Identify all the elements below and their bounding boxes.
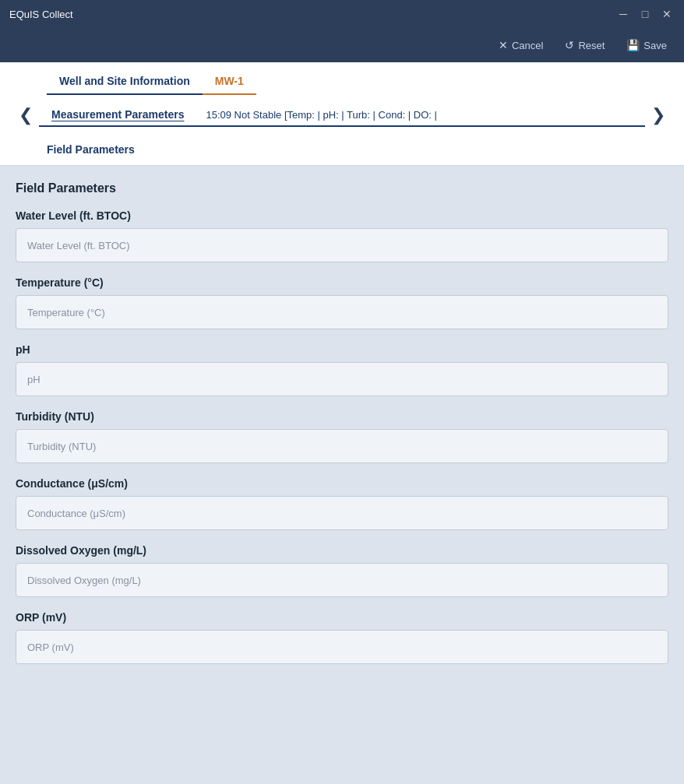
field-params-subtab[interactable]: Field Parameters [47, 139, 135, 162]
field-label-water-level: Water Level (ft. BTOC) [16, 209, 668, 222]
field-group-ph: pH [16, 343, 668, 396]
nav-section-content: Measurement Parameters 15:09 Not Stable … [39, 104, 645, 127]
field-group-turbidity: Turbidity (NTU) [16, 410, 668, 463]
save-icon: 💾 [626, 39, 640, 51]
field-label-ph: pH [16, 343, 668, 356]
field-input-dissolved-oxygen[interactable] [16, 563, 668, 597]
field-input-ph[interactable] [16, 362, 668, 396]
header-nav: Well and Site Information MW-1 ❮ Measure… [0, 62, 684, 166]
section-title: Field Parameters [16, 181, 668, 195]
prev-arrow-button[interactable]: ❮ [12, 102, 39, 128]
toolbar: ✕ Cancel ↺ Reset 💾 Save [0, 28, 684, 62]
field-group-temperature: Temperature (°C) [16, 276, 668, 329]
field-input-water-level[interactable] [16, 228, 668, 262]
measurement-params-tab[interactable]: Measurement Parameters [39, 104, 196, 127]
field-group-dissolved-oxygen: Dissolved Oxygen (mg/L) [16, 544, 668, 597]
close-button[interactable]: ✕ [659, 6, 675, 22]
app-title: EQuIS Collect [9, 9, 73, 20]
maximize-button[interactable]: □ [637, 6, 653, 22]
field-group-conductance: Conductance (μS/cm) [16, 477, 668, 530]
titlebar: EQuIS Collect ─ □ ✕ [0, 0, 684, 28]
next-arrow-button[interactable]: ❯ [645, 102, 672, 128]
cancel-label: Cancel [512, 40, 543, 51]
nav-tabs-row: Well and Site Information MW-1 [0, 62, 684, 95]
field-input-orp[interactable] [16, 630, 668, 664]
cancel-icon: ✕ [499, 39, 508, 51]
field-label-temperature: Temperature (°C) [16, 276, 668, 289]
minimize-button[interactable]: ─ [615, 6, 631, 22]
fields-container: Water Level (ft. BTOC)Temperature (°C)pH… [16, 209, 668, 664]
main-content: Field Parameters Water Level (ft. BTOC)T… [0, 166, 684, 784]
cancel-button[interactable]: ✕ Cancel [494, 36, 548, 54]
save-button[interactable]: 💾 Save [622, 36, 672, 54]
field-group-water-level: Water Level (ft. BTOC) [16, 209, 668, 262]
reset-button[interactable]: ↺ Reset [560, 36, 609, 54]
nav-section-row: ❮ Measurement Parameters 15:09 Not Stabl… [0, 95, 684, 135]
reset-icon: ↺ [565, 39, 574, 51]
save-label: Save [643, 40, 667, 51]
field-label-conductance: Conductance (μS/cm) [16, 477, 668, 490]
field-label-orp: ORP (mV) [16, 611, 668, 624]
field-input-conductance[interactable] [16, 496, 668, 530]
field-input-turbidity[interactable] [16, 429, 668, 463]
titlebar-controls: ─ □ ✕ [615, 6, 675, 22]
sub-tabs-row: Field Parameters [0, 135, 684, 165]
app-window: EQuIS Collect ─ □ ✕ ✕ Cancel ↺ Reset 💾 S… [0, 0, 684, 784]
field-group-orp: ORP (mV) [16, 611, 668, 664]
tab-mw1[interactable]: MW-1 [203, 70, 256, 95]
reset-label: Reset [578, 40, 605, 51]
section-status: 15:09 Not Stable [Temp: | pH: | Turb: | … [196, 104, 645, 127]
field-label-turbidity: Turbidity (NTU) [16, 410, 668, 423]
field-label-dissolved-oxygen: Dissolved Oxygen (mg/L) [16, 544, 668, 557]
tab-well-site[interactable]: Well and Site Information [47, 70, 203, 95]
field-input-temperature[interactable] [16, 295, 668, 329]
